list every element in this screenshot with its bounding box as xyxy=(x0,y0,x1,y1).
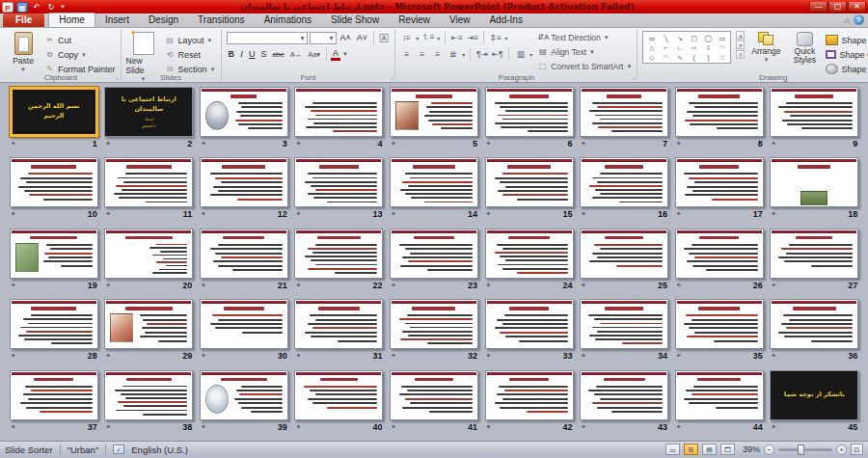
transition-star-icon[interactable]: ✦ xyxy=(581,282,586,289)
help-icon[interactable]: ? xyxy=(854,14,864,25)
bullets-icon[interactable]: ⁝≡ xyxy=(400,33,413,42)
slide-thumbnail-42[interactable] xyxy=(485,370,574,420)
change-case-icon[interactable]: Aa▾ xyxy=(306,48,322,61)
slide-thumbnail-20[interactable] xyxy=(104,229,193,279)
zoom-percent[interactable]: 39% xyxy=(739,445,760,454)
transition-star-icon[interactable]: ✦ xyxy=(105,352,111,360)
transition-star-icon[interactable]: ✦ xyxy=(295,140,301,148)
paste-dropdown-icon[interactable]: ▼ xyxy=(20,67,26,72)
transition-star-icon[interactable]: ✦ xyxy=(11,140,16,148)
slide-thumbnail-44[interactable] xyxy=(675,370,764,420)
slide-thumbnail-32[interactable] xyxy=(390,299,478,349)
clear-formatting-icon[interactable]: 🄰 xyxy=(378,32,390,44)
slide-thumbnail-11[interactable] xyxy=(104,157,193,207)
transition-star-icon[interactable]: ✦ xyxy=(676,140,682,148)
zoom-slider[interactable] xyxy=(778,448,832,451)
slide-thumbnail-25[interactable] xyxy=(580,229,668,279)
powerpoint-app-icon[interactable]: P xyxy=(2,2,14,13)
transition-star-icon[interactable]: ✦ xyxy=(201,352,206,360)
transition-star-icon[interactable]: ✦ xyxy=(771,352,776,360)
status-theme-label[interactable]: "Urban" xyxy=(68,445,99,455)
slide-thumbnail-7[interactable] xyxy=(580,87,668,137)
tab-add-ins[interactable]: Add-Ins xyxy=(479,13,531,27)
paste-button[interactable]: Paste ▼ xyxy=(6,31,41,72)
slide-thumbnail-34[interactable] xyxy=(580,299,668,349)
shrink-font-icon[interactable]: A˅ xyxy=(355,32,369,44)
tab-insert[interactable]: Insert xyxy=(95,13,139,27)
slide-thumbnail-1[interactable]: بسم الله الرحمن الرحيم xyxy=(10,87,98,137)
minimize-button[interactable]: — xyxy=(809,2,827,13)
slide-thumbnail-29[interactable] xyxy=(104,299,193,349)
slide-thumbnail-24[interactable] xyxy=(485,229,574,279)
shapes-gallery[interactable]: ▭╲↘▢◯▭ △⌐∟⇨⇩◠ ◇◠∿()☆ xyxy=(642,31,731,64)
redo-icon[interactable]: ↻ xyxy=(45,2,57,13)
tab-slide-show[interactable]: Slide Show xyxy=(321,13,389,27)
align-left-icon[interactable]: ≡ xyxy=(431,49,444,59)
transition-star-icon[interactable]: ✦ xyxy=(771,210,776,218)
transition-star-icon[interactable]: ✦ xyxy=(11,423,16,431)
numbering-icon[interactable]: ⒈≡ xyxy=(421,32,434,43)
font-size-select[interactable]: ▾ xyxy=(310,32,337,44)
transition-star-icon[interactable]: ✦ xyxy=(11,282,16,289)
save-icon[interactable]: ▦ xyxy=(16,2,28,13)
text-direction-button[interactable]: ⇵AText Direction▼ xyxy=(537,31,632,43)
transition-star-icon[interactable]: ✦ xyxy=(676,423,682,431)
transition-star-icon[interactable]: ✦ xyxy=(391,423,396,431)
rtl-direction-icon[interactable]: ⇤¶ xyxy=(491,49,503,59)
slide-thumbnail-5[interactable] xyxy=(390,87,478,137)
slide-thumbnail-6[interactable] xyxy=(485,87,574,137)
arrange-button[interactable]: Arrange ▼ xyxy=(748,31,783,63)
slide-thumbnail-10[interactable] xyxy=(10,157,98,207)
transition-star-icon[interactable]: ✦ xyxy=(105,210,111,218)
transition-star-icon[interactable]: ✦ xyxy=(581,423,586,431)
align-text-button[interactable]: ▤Align Text▼ xyxy=(537,45,632,58)
transition-star-icon[interactable]: ✦ xyxy=(295,423,301,431)
font-dialog-launcher-icon[interactable]: ⌟ xyxy=(390,73,393,81)
transition-star-icon[interactable]: ✦ xyxy=(581,140,586,148)
slide-thumbnail-17[interactable] xyxy=(675,157,764,207)
shape-outline-button[interactable]: Shape Outline▼ xyxy=(826,48,868,61)
indent-decrease-icon[interactable]: ⇤≡ xyxy=(450,33,463,42)
ltr-direction-icon[interactable]: ¶⇥ xyxy=(475,49,488,59)
transition-star-icon[interactable]: ✦ xyxy=(105,423,111,431)
paragraph-dialog-launcher-icon[interactable]: ⌟ xyxy=(632,73,635,81)
tab-view[interactable]: View xyxy=(440,13,480,27)
slide-thumbnail-37[interactable] xyxy=(10,370,98,420)
slide-thumbnail-9[interactable] xyxy=(770,87,858,137)
slide-thumbnail-40[interactable] xyxy=(294,370,383,420)
justify-icon[interactable]: ≣ xyxy=(447,49,459,59)
shapes-more-icon[interactable]: ⊽ xyxy=(736,50,745,59)
italic-button[interactable]: I xyxy=(238,48,245,61)
spell-check-icon[interactable]: ✓ xyxy=(113,445,124,454)
transition-star-icon[interactable]: ✦ xyxy=(391,210,396,218)
slide-thumbnail-43[interactable] xyxy=(580,370,668,420)
maximize-button[interactable]: ▢ xyxy=(828,2,847,13)
transition-star-icon[interactable]: ✦ xyxy=(201,140,206,148)
transition-star-icon[interactable]: ✦ xyxy=(295,210,301,218)
slide-thumbnail-22[interactable] xyxy=(294,229,383,279)
transition-star-icon[interactable]: ✦ xyxy=(486,210,492,218)
bold-button[interactable]: B xyxy=(227,48,237,61)
transition-star-icon[interactable]: ✦ xyxy=(486,352,492,360)
slide-thumbnail-12[interactable] xyxy=(200,157,288,207)
transition-star-icon[interactable]: ✦ xyxy=(295,282,301,289)
slide-thumbnail-27[interactable] xyxy=(770,229,858,279)
font-color-icon[interactable]: A xyxy=(331,48,340,61)
transition-star-icon[interactable]: ✦ xyxy=(676,210,682,218)
copy-button[interactable]: ⧉Copy▼ xyxy=(44,48,116,61)
transition-star-icon[interactable]: ✦ xyxy=(295,352,301,360)
slide-thumbnail-30[interactable] xyxy=(200,299,288,349)
slide-thumbnail-39[interactable] xyxy=(200,370,288,420)
transition-star-icon[interactable]: ✦ xyxy=(105,282,111,289)
font-name-select[interactable]: ▾ xyxy=(227,32,308,44)
fit-to-window-icon[interactable]: ⊡ xyxy=(851,444,863,455)
align-right-icon[interactable]: ≡ xyxy=(400,49,413,59)
transition-star-icon[interactable]: ✦ xyxy=(201,282,206,289)
slide-thumbnail-15[interactable] xyxy=(485,157,574,207)
transition-star-icon[interactable]: ✦ xyxy=(11,210,16,218)
shapes-scroll-up-icon[interactable]: ▲ xyxy=(736,31,745,40)
transition-star-icon[interactable]: ✦ xyxy=(486,140,492,148)
tab-design[interactable]: Design xyxy=(139,13,188,27)
slide-thumbnail-3[interactable] xyxy=(200,87,288,137)
strikethrough-button[interactable]: abc xyxy=(271,48,286,61)
